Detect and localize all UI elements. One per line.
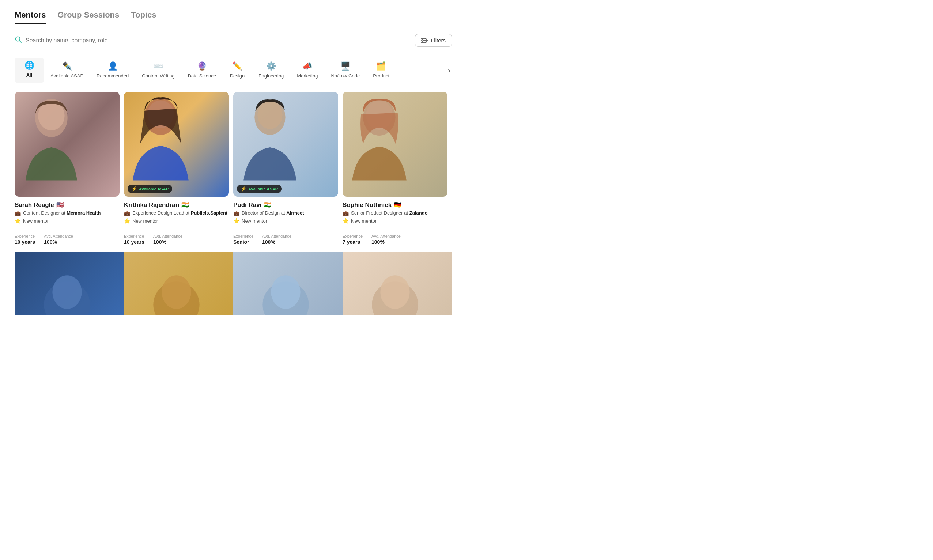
briefcase-icon-pudi: 💼: [233, 211, 239, 216]
category-content-writing-label: Content Writing: [142, 73, 174, 78]
svg-point-5: [422, 40, 423, 41]
category-data-science-label: Data Science: [188, 73, 216, 78]
available-asap-icon: ✒️: [62, 62, 72, 71]
svg-point-23: [380, 275, 410, 309]
product-icon: 🗂️: [376, 62, 386, 71]
flag-sophie: 🇩🇪: [394, 201, 402, 209]
mentor-grid: Sarah Reagle 🇺🇸 💼 Content Designer at Me…: [0, 83, 466, 252]
briefcase-icon-krithika: 💼: [124, 211, 130, 216]
mentor-card-sarah[interactable]: Sarah Reagle 🇺🇸 💼 Content Designer at Me…: [15, 92, 124, 252]
svg-line-1: [19, 41, 21, 42]
star-icon-krithika: ⭐: [124, 218, 130, 224]
mentor-stats-krithika: Experience 10 years Avg. Attendance 100%: [124, 229, 229, 245]
category-design[interactable]: ✏️ Design: [223, 58, 252, 82]
mentor-card-bottom-4[interactable]: [343, 252, 452, 315]
mentor-card-bottom-3[interactable]: [233, 252, 343, 315]
mentor-card-sophie[interactable]: Sophie Nothnick 🇩🇪 💼 Senior Product Desi…: [343, 92, 452, 252]
category-no-low-code[interactable]: 🖥️ No/Low Code: [324, 58, 366, 82]
category-product[interactable]: 🗂️ Product: [366, 58, 396, 82]
mentor-info-pudi: Pudi Ravi 🇮🇳 💼 Director of Design at Air…: [233, 197, 338, 245]
category-marketing[interactable]: 📣 Marketing: [290, 58, 324, 82]
mentor-stats-sophie: Experience 7 years Avg. Attendance 100%: [343, 229, 448, 245]
attendance-sarah: Avg. Attendance 100%: [44, 234, 73, 245]
available-badge-pudi: ⚡ Available ASAP: [237, 185, 282, 193]
star-icon-pudi: ⭐: [233, 218, 239, 224]
mentor-role-pudi: 💼 Director of Design at Airmeet: [233, 210, 338, 216]
mentor-grid-bottom: [0, 252, 466, 315]
category-content-writing[interactable]: ⌨️ Content Writing: [135, 58, 181, 82]
mentor-stats-pudi: Experience Senior Avg. Attendance 100%: [233, 229, 338, 245]
category-data-science[interactable]: 🔮 Data Science: [181, 58, 223, 82]
category-available-asap-label: Available ASAP: [51, 73, 83, 78]
mentor-name-pudi: Pudi Ravi 🇮🇳: [233, 201, 338, 209]
mentor-card-krithika[interactable]: ⚡ Available ASAP Krithika Rajendran 🇮🇳 💼…: [124, 92, 233, 252]
mentor-info-sarah: Sarah Reagle 🇺🇸 💼 Content Designer at Me…: [15, 197, 120, 245]
mentor-role-sophie: 💼 Senior Product Designer at Zalando: [343, 210, 448, 216]
tab-topics[interactable]: Topics: [131, 10, 156, 24]
mentor-photo-sarah: [15, 92, 120, 197]
tab-group-sessions[interactable]: Group Sessions: [58, 10, 120, 24]
attendance-pudi: Avg. Attendance 100%: [262, 234, 291, 245]
star-icon-sarah: ⭐: [15, 218, 21, 224]
no-low-code-icon: 🖥️: [340, 62, 350, 71]
briefcase-icon-sophie: 💼: [343, 211, 349, 216]
attendance-krithika: Avg. Attendance 100%: [153, 234, 182, 245]
mentor-info-krithika: Krithika Rajendran 🇮🇳 💼 Experience Desig…: [124, 197, 229, 245]
category-available-asap[interactable]: ✒️ Available ASAP: [44, 58, 90, 82]
category-all[interactable]: 🌐 All: [15, 58, 44, 83]
search-icon: [15, 36, 22, 45]
mentor-role-krithika: 💼 Experience Design Lead at Publicis.Sap…: [124, 210, 229, 216]
mentor-role-sarah: 💼 Content Designer at Memora Health: [15, 210, 120, 216]
category-recommended-label: Recommended: [97, 73, 129, 78]
recommended-icon: 👤: [108, 62, 118, 71]
category-recommended[interactable]: 👤 Recommended: [90, 58, 135, 82]
mentor-photo-krithika: ⚡ Available ASAP: [124, 92, 229, 197]
category-no-low-code-label: No/Low Code: [331, 73, 360, 78]
mentor-badge-pudi: ⭐ New mentor: [233, 218, 338, 224]
category-product-label: Product: [373, 73, 390, 78]
category-design-label: Design: [230, 73, 245, 78]
search-section: Filters: [0, 24, 466, 51]
briefcase-icon-sarah: 💼: [15, 211, 21, 216]
mentor-badge-sophie: ⭐ New mentor: [343, 218, 448, 224]
content-writing-icon: ⌨️: [153, 62, 163, 71]
svg-point-7: [426, 42, 427, 43]
category-engineering[interactable]: ⚙️ Engineering: [252, 58, 290, 82]
mentor-card-pudi[interactable]: ⚡ Available ASAP Pudi Ravi 🇮🇳 💼 Director…: [233, 92, 343, 252]
category-marketing-label: Marketing: [297, 73, 318, 78]
experience-sarah: Experience 10 years: [15, 234, 35, 245]
mentor-photo-sophie: [343, 92, 448, 197]
category-all-label: All: [26, 72, 32, 79]
mentor-badge-sarah: ⭐ New mentor: [15, 218, 120, 224]
svg-point-21: [271, 275, 300, 309]
star-icon-sophie: ⭐: [343, 218, 349, 224]
flag-krithika: 🇮🇳: [181, 201, 189, 209]
mentor-card-bottom-2[interactable]: [124, 252, 233, 315]
flag-pudi: 🇮🇳: [263, 201, 271, 209]
search-bar: Filters: [15, 34, 452, 51]
data-science-icon: 🔮: [197, 62, 207, 71]
mentor-card-bottom-1[interactable]: [15, 252, 124, 315]
all-icon: 🌐: [25, 61, 34, 70]
category-engineering-label: Engineering: [259, 73, 284, 78]
svg-point-17: [52, 275, 82, 309]
experience-sophie: Experience 7 years: [343, 234, 363, 245]
svg-point-19: [162, 275, 191, 309]
tab-mentors[interactable]: Mentors: [15, 10, 46, 24]
experience-krithika: Experience 10 years: [124, 234, 145, 245]
filters-button[interactable]: Filters: [415, 34, 452, 47]
engineering-icon: ⚙️: [266, 62, 276, 71]
categories-next-icon[interactable]: ›: [446, 65, 452, 76]
categories-bar: 🌐 All ✒️ Available ASAP 👤 Recommended ⌨️…: [0, 51, 466, 83]
mentor-info-sophie: Sophie Nothnick 🇩🇪 💼 Senior Product Desi…: [343, 197, 448, 245]
svg-point-9: [38, 101, 64, 131]
mentor-stats-sarah: Experience 10 years Avg. Attendance 100%: [15, 229, 120, 245]
svg-point-3: [426, 38, 427, 40]
mentor-name-sarah: Sarah Reagle 🇺🇸: [15, 201, 120, 209]
mentor-badge-krithika: ⭐ New mentor: [124, 218, 229, 224]
mentor-photo-pudi: ⚡ Available ASAP: [233, 92, 338, 197]
mentor-name-sophie: Sophie Nothnick 🇩🇪: [343, 201, 448, 209]
design-icon: ✏️: [232, 62, 242, 71]
available-badge-krithika: ⚡ Available ASAP: [128, 185, 172, 193]
search-input[interactable]: [26, 37, 411, 44]
